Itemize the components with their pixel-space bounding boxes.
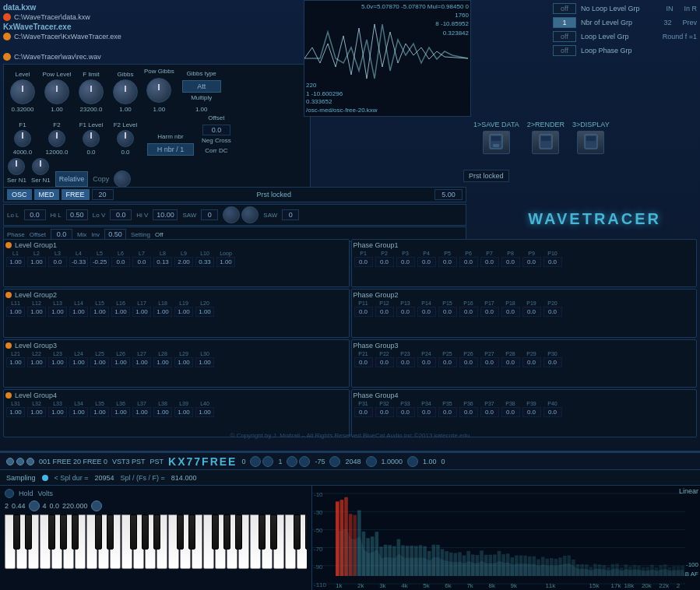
cell-val-l21[interactable]: 1.00 xyxy=(5,357,26,367)
cell-val-l34[interactable]: 1.00 xyxy=(69,407,89,417)
cell-val-l27[interactable]: 1.00 xyxy=(132,357,152,367)
cell-val-l14[interactable]: 1.00 xyxy=(69,307,89,317)
cell-val-l18[interactable]: 1.00 xyxy=(153,307,173,317)
cell-val-p36[interactable]: 0.0 xyxy=(459,407,479,417)
cell-val-p25[interactable]: 0.0 xyxy=(438,357,458,367)
cell-val-l38[interactable]: 1.00 xyxy=(153,407,173,417)
cell-val-l3[interactable]: 0.0 xyxy=(47,257,68,267)
cell-val-p29[interactable]: 0.0 xyxy=(522,357,542,367)
cell-val-p8[interactable]: 0.0 xyxy=(501,257,521,267)
cell-val-l23[interactable]: 1.00 xyxy=(47,357,68,367)
transport-dot3[interactable] xyxy=(26,458,34,465)
bt-ctrl3[interactable] xyxy=(287,456,297,467)
cell-val-p24[interactable]: 0.0 xyxy=(417,357,437,367)
no-loop-btn[interactable]: off xyxy=(553,3,576,14)
cell-val-l12[interactable]: 1.00 xyxy=(26,307,47,317)
cell-val-l15[interactable]: 1.00 xyxy=(90,307,110,317)
cell-val-l10[interactable]: 0.33 xyxy=(195,257,215,267)
black-key-6[interactable] xyxy=(48,514,55,550)
cell-val-l26[interactable]: 1.00 xyxy=(111,357,131,367)
cell-val-l22[interactable]: 1.00 xyxy=(26,357,47,367)
f2-knob[interactable] xyxy=(48,130,65,147)
free-btn[interactable]: FREE xyxy=(62,189,90,200)
transport-dot1[interactable] xyxy=(6,458,14,465)
f1level-knob[interactable] xyxy=(83,130,100,147)
cell-val-p3[interactable]: 0.0 xyxy=(396,257,416,267)
saw-knob2[interactable] xyxy=(241,206,259,223)
lo-v-input[interactable] xyxy=(110,209,132,220)
cell-val-p35[interactable]: 0.0 xyxy=(438,407,458,417)
bt-ctrl7[interactable] xyxy=(407,456,418,467)
pow-gibbs-knob[interactable] xyxy=(146,78,171,103)
cell-val-l8[interactable]: 0.13 xyxy=(153,257,173,267)
cell-val-l29[interactable]: 1.00 xyxy=(174,357,194,367)
bt-ctrl5[interactable] xyxy=(329,456,340,467)
harm-nbr-btn[interactable]: H nbr / 1 xyxy=(147,143,194,156)
black-key-13[interactable] xyxy=(95,514,102,550)
transport-dot2[interactable] xyxy=(16,458,24,465)
cell-val-l40[interactable]: 1.00 xyxy=(195,407,215,417)
cell-val-p4[interactable]: 0.0 xyxy=(417,257,437,267)
cell-val-p34[interactable]: 0.0 xyxy=(417,407,437,417)
cell-val-l6[interactable]: 0.0 xyxy=(111,257,131,267)
cell-val-l39[interactable]: 1.00 xyxy=(174,407,194,417)
cell-val-p38[interactable]: 0.0 xyxy=(501,407,521,417)
cell-val-p10[interactable]: 0.0 xyxy=(543,257,563,267)
cell-val-l7[interactable]: 0.0 xyxy=(132,257,152,267)
black-key-30[interactable] xyxy=(212,514,219,550)
cell-val-l35[interactable]: 1.00 xyxy=(90,407,110,417)
black-key-37[interactable] xyxy=(259,514,266,550)
cell-val-l13[interactable]: 1.00 xyxy=(47,307,68,317)
cell-val-l36[interactable]: 1.00 xyxy=(111,407,131,417)
pow-level-knob[interactable] xyxy=(44,79,69,104)
black-key-1[interactable] xyxy=(13,514,20,550)
cell-val-p13[interactable]: 0.0 xyxy=(396,307,416,317)
bt-ctrl4[interactable] xyxy=(299,456,310,467)
black-key-44[interactable] xyxy=(305,514,307,550)
piano-keyboard[interactable] xyxy=(5,514,307,571)
saw-input1[interactable] xyxy=(201,209,218,220)
cell-val-l32[interactable]: 1.00 xyxy=(26,407,47,417)
flimit-knob[interactable] xyxy=(79,79,104,104)
cell-val-p15[interactable]: 0.0 xyxy=(438,307,458,317)
cell-val-p17[interactable]: 0.0 xyxy=(480,307,500,317)
cell-val-p21[interactable]: 0.0 xyxy=(354,357,374,367)
black-key-20[interactable] xyxy=(142,514,149,550)
cell-val-p31[interactable]: 0.0 xyxy=(354,407,374,417)
osc-value[interactable] xyxy=(434,189,463,200)
cell-val-p27[interactable]: 0.0 xyxy=(480,357,500,367)
black-key-34[interactable] xyxy=(235,514,242,550)
display-btn[interactable]: 3>DISPLAY xyxy=(572,121,610,154)
val4-knob[interactable] xyxy=(29,500,40,511)
cell-val-p12[interactable]: 0.0 xyxy=(375,307,395,317)
cell-val-p22[interactable]: 0.0 xyxy=(375,357,395,367)
bt-ctrl2[interactable] xyxy=(262,456,273,467)
relative-btn[interactable]: Relative xyxy=(55,171,89,187)
cell-val-l5[interactable]: -0.25 xyxy=(90,257,110,267)
black-key-15[interactable] xyxy=(107,514,114,550)
cell-val-p9[interactable]: 0.0 xyxy=(522,257,542,267)
cell-val-l4[interactable]: -0.33 xyxy=(69,257,89,267)
black-key-39[interactable] xyxy=(270,514,277,550)
nbr-level-btn[interactable]: 1 xyxy=(553,17,576,28)
cell-val-p37[interactable]: 0.0 xyxy=(480,407,500,417)
black-key-3[interactable] xyxy=(25,514,32,550)
gibbs-type-btn[interactable]: Att xyxy=(182,80,221,93)
cell-val-p20[interactable]: 0.0 xyxy=(543,307,563,317)
black-key-18[interactable] xyxy=(130,514,137,550)
cell-val-p16[interactable]: 0.0 xyxy=(459,307,479,317)
loop-phase-btn[interactable]: off xyxy=(553,45,576,56)
cell-val-l33[interactable]: 1.00 xyxy=(47,407,68,417)
ser-n1-freq2-knob[interactable] xyxy=(32,158,49,175)
cell-val-l20[interactable]: 1.00 xyxy=(195,307,215,317)
bt-ctrl6[interactable] xyxy=(366,456,377,467)
cell-val-p6[interactable]: 0.0 xyxy=(459,257,479,267)
cell-val-p2[interactable]: 0.0 xyxy=(375,257,395,267)
cell-val-l24[interactable]: 1.00 xyxy=(69,357,89,367)
cell-val-l28[interactable]: 1.00 xyxy=(153,357,173,367)
black-key-8[interactable] xyxy=(60,514,67,550)
level-knob[interactable] xyxy=(10,79,35,104)
hi-v-input[interactable] xyxy=(153,209,178,220)
copy-knob[interactable] xyxy=(114,170,131,188)
osc-btn[interactable]: OSC xyxy=(7,189,32,200)
